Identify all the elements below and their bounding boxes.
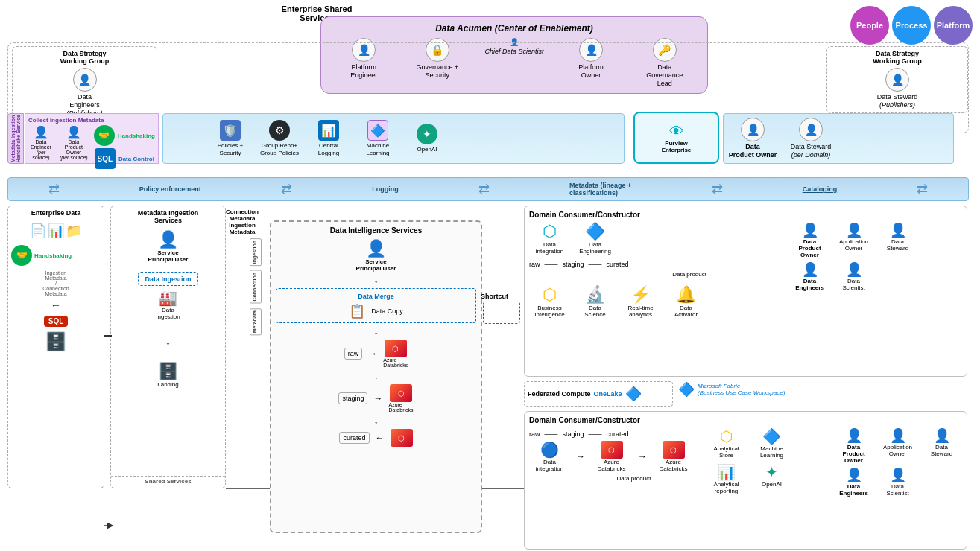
openai-icon: ✦ <box>417 124 437 144</box>
de-bottom-icon: 👤 <box>846 467 862 483</box>
shortcut-label: Shortcut <box>481 293 508 300</box>
dpo-bottom-icon: 👤 <box>846 427 862 444</box>
role-data-steward-bottom: 👤 DataSteward <box>921 427 962 464</box>
data-control-label: Data Control <box>118 156 154 162</box>
mihs-label: Metadata IngestionHandshake Service <box>10 115 21 162</box>
enterprise-handshaking-icon[interactable]: 🤝 <box>11 245 32 266</box>
group-repo-icon: ⚙ <box>269 120 290 141</box>
role-app-owner-top: 👤 ApplicationOwner <box>833 222 874 258</box>
connection-vert-label: Connection <box>250 270 262 304</box>
openai-bottom-label: OpenAI <box>762 481 782 488</box>
ml-label: MachineLearning <box>366 142 389 156</box>
di-azure-db-b: ⬡ AzureDatabricks <box>591 441 632 472</box>
spu-label: ServicePrincipal User <box>148 249 189 263</box>
openai-label: OpenAI <box>417 146 437 153</box>
role-data-steward-top: 👤 DataSteward <box>877 222 918 258</box>
di-analytical-store: ⬡ AnalyticalStore <box>706 427 747 459</box>
enterprise-handshaking-label: Handshaking <box>34 252 72 259</box>
domain-top-content: ⬡ Dataintegration 🔷 DataEngineering raw … <box>529 222 962 318</box>
data-engineering-icon: 🔷 <box>585 222 605 241</box>
arrow-dp1: → <box>576 451 585 462</box>
arrow-dp2: → <box>638 451 647 462</box>
curated-label: curated <box>339 432 369 444</box>
domain-icons-row1: ⬡ Dataintegration 🔷 DataEngineering <box>529 222 706 255</box>
azure-db-raw: ⬡ AzureDatabricks <box>383 340 408 368</box>
arr-down1: ↓ <box>374 275 379 285</box>
arrow-down-mis: ↓ <box>114 335 222 347</box>
data-integration-label: Dataintegration <box>536 241 563 255</box>
arrow3: ⇄ <box>478 181 490 197</box>
databricks-curated-icon: ⬡ <box>391 429 413 447</box>
db-icon-area: 🗄️ <box>11 331 101 352</box>
dsd-icon: 👤 <box>799 118 823 141</box>
purview-label: PurviewEnterprise <box>662 140 692 153</box>
role-app-owner-bottom: 👤 ApplicationOwner <box>877 427 918 464</box>
data-merge-box: Data Merge 📋 Data Copy <box>276 288 476 323</box>
role-ds-bottom: 👤 DataScientist <box>877 467 918 497</box>
data-control-icon[interactable]: SQL <box>95 148 116 169</box>
ds-top-icon: 👤 <box>846 261 862 278</box>
role-data-product-owner-bar: 👤 DataProduct Owner <box>727 118 779 159</box>
tool-central-logging: 📊 CentralLogging <box>306 120 351 156</box>
dpo-bar-label: DataProduct Owner <box>729 143 777 159</box>
file-icons: 📄 📊 📁 <box>11 223 101 239</box>
metadata-label: Metadata (lineage +classifications) <box>569 182 631 197</box>
role-data-engineers: 👤 DataEngineers(Publishers) <box>59 68 111 117</box>
people-badge: People <box>850 6 889 45</box>
arr-right1: → <box>368 348 377 359</box>
azure-db-b2-label: AzureDatabricks <box>660 459 688 472</box>
raw-label: raw <box>344 348 363 360</box>
role-dpo-bottom: 👤 DataProductOwner <box>833 427 874 464</box>
ml-icon: 🔷 <box>367 120 388 141</box>
connection-metadata-labels: ConnectionMetadataIngestionMetadata <box>226 208 259 235</box>
left-arrow: ← <box>11 299 101 311</box>
di-ml-bottom: 🔷 MachineLearning <box>751 427 792 459</box>
ds-bottom-icon: 👤 <box>890 467 906 483</box>
arrow2: ⇄ <box>281 181 292 197</box>
azure-db-staging: ⬡ AzureDatabricks <box>388 384 413 413</box>
data-integration-icon: ⬡ <box>543 222 557 241</box>
biz-intel-icon: ⬡ <box>543 285 557 305</box>
shortcut-box <box>483 302 520 324</box>
di-data-integration: ⬡ Dataintegration <box>529 222 570 255</box>
policies-icon: 🛡️ <box>220 120 241 141</box>
de-top-label: DataEngineers <box>795 278 824 291</box>
data-product-top: Data product <box>559 271 706 278</box>
tool-group-repo: ⚙ Group Repo+Group Policies <box>257 120 302 156</box>
realtime-label: Real-timeanalytics <box>627 305 653 318</box>
data-ingestion-box: Data Ingestion <box>138 272 197 286</box>
domain-top-left-icons: ⬡ Dataintegration 🔷 DataEngineering raw … <box>529 222 706 318</box>
app-owner-bottom-label: ApplicationOwner <box>883 444 912 457</box>
dis-arrow4: ↓ <box>276 415 476 426</box>
handshaking-icon[interactable]: 🤝 <box>94 125 115 146</box>
domain-bottom-title: Domain Consumer/Constructor <box>529 416 962 424</box>
right-strategy-title: Data StrategyWorking Group <box>832 50 963 65</box>
line1-b: —— <box>545 430 558 438</box>
data-science-icon: 🔬 <box>585 285 605 305</box>
analytical-rep-icon: 📊 <box>717 463 736 481</box>
landing-icon: 🗄️ <box>158 362 178 381</box>
sql-area: SQL <box>11 316 101 327</box>
domain-bottom-middle: ⬡ AnalyticalStore 🔷 MachineLearning 📊 An… <box>706 427 792 494</box>
curated-node-b: curated <box>607 430 629 438</box>
right-strategy-roles: 👤 Data Steward(Publishers) <box>832 68 963 109</box>
pipeline-bottom: raw —— staging —— curated <box>529 430 694 438</box>
data-integration-b-label: Dataintegration <box>536 459 563 472</box>
domain-top-box: Domain Consumer/Constructor ⬡ Dataintegr… <box>524 206 967 377</box>
mis-title: Metadata IngestionServices <box>114 209 222 224</box>
ml-bottom-icon: 🔷 <box>762 427 781 445</box>
tool-openai: ✦ OpenAI <box>405 124 449 153</box>
staging-row: staging → ⬡ AzureDatabricks <box>276 384 476 413</box>
top-badges: People Process Platform <box>850 6 973 45</box>
raw-node: raw <box>529 261 540 268</box>
landing-item: 🗄️ Landing <box>114 362 222 388</box>
sql-badge: SQL <box>44 316 69 327</box>
process-badge: Process <box>892 6 931 45</box>
right-strategy-box: Data StrategyWorking Group 👤 Data Stewar… <box>826 46 968 113</box>
onelake-label: OneLake <box>594 390 622 398</box>
biz-intel-label: BusinessIntelligence <box>534 305 564 318</box>
di-analytical-rep: 📊 Analyticalreporting <box>706 463 747 494</box>
ms-fabric-label: Microsoft Fabric(Business Use Case Works… <box>698 383 785 396</box>
azure-db-b-label: AzureDatabricks <box>598 459 626 472</box>
flow-policy: Policy enforcement <box>139 185 201 193</box>
